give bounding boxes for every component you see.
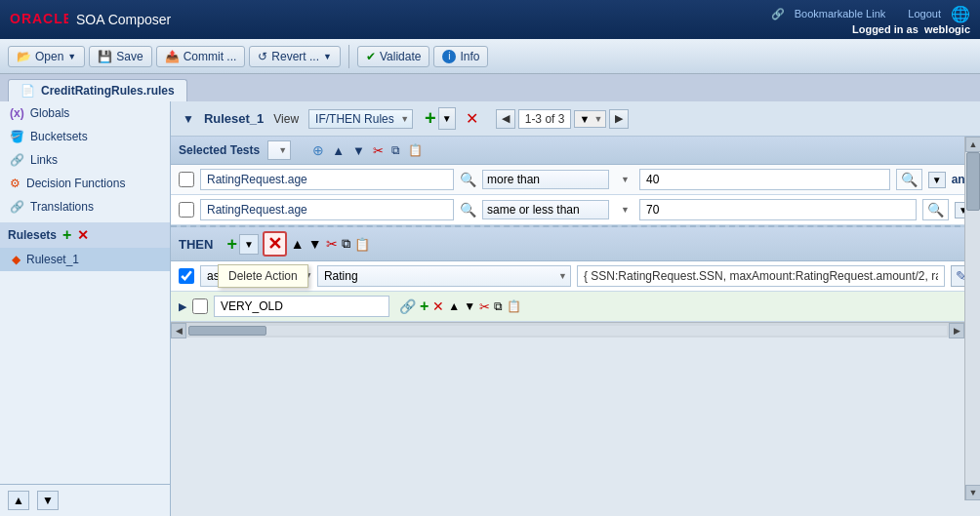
nested-copy[interactable]: ⧉ — [494, 299, 503, 313]
translations-icon: 🔗 — [10, 200, 24, 214]
nested-move-up[interactable]: ▲ — [448, 299, 460, 313]
logged-in-label: Logged in as — [852, 23, 919, 35]
commit-button[interactable]: 📤 Commit ... — [156, 46, 246, 67]
nested-cut[interactable]: ✂ — [479, 299, 490, 314]
if-copy-icon[interactable]: ⧉ — [389, 142, 402, 158]
if-add-icon[interactable]: ⊕ — [310, 141, 326, 159]
action-1-value[interactable] — [577, 265, 945, 287]
delete-ruleset-button[interactable]: ✕ — [77, 227, 89, 243]
main-toolbar: 📂 Open ▼ 💾 Save 📤 Commit ... ↺ Revert ..… — [0, 39, 980, 74]
condition-1-checkbox[interactable] — [179, 172, 194, 187]
nav-up-icon[interactable]: ▲ — [8, 491, 29, 510]
if-section: Selected Tests ⊕ ▲ ▼ ✂ ⧉ 📋 — [171, 137, 980, 225]
add-ruleset-button[interactable]: + — [62, 226, 71, 244]
save-icon: 💾 — [98, 50, 112, 63]
condition-2-op-wrapper: same or less than — [482, 200, 633, 219]
condition-2-val-search-icon[interactable]: 🔍 — [922, 199, 949, 220]
validate-icon: ✔ — [366, 50, 376, 63]
then-add-dropdown[interactable]: ▼ — [239, 234, 259, 255]
open-dropdown-arrow[interactable]: ▼ — [67, 52, 76, 61]
condition-2-search-icon[interactable]: 🔍 — [460, 202, 476, 218]
action-1-type-select[interactable]: Rating — [317, 265, 571, 287]
prev-rule-button[interactable]: ◀ — [496, 109, 515, 129]
then-copy-button[interactable]: ⧉ — [342, 236, 350, 252]
test-select[interactable] — [267, 140, 291, 160]
then-paste-button[interactable]: 📋 — [354, 237, 370, 252]
add-rule-button[interactable]: + — [423, 107, 438, 130]
nested-paste[interactable]: 📋 — [507, 299, 521, 313]
nested-delete-button[interactable]: ✕ — [432, 298, 444, 314]
nav-down-icon[interactable]: ▼ — [37, 491, 59, 510]
view-label: View — [273, 112, 299, 126]
delete-rule-button[interactable]: ✕ — [466, 109, 478, 128]
if-move-down-icon[interactable]: ▼ — [350, 142, 367, 159]
h-scroll-right-arrow[interactable]: ▶ — [949, 323, 964, 338]
logout-link[interactable]: Logout — [908, 8, 941, 20]
h-scroll-thumb[interactable] — [188, 326, 266, 336]
revert-icon: ↺ — [258, 50, 267, 63]
nested-expand-icon[interactable]: ▶ — [179, 300, 186, 313]
condition-1-dropdown[interactable]: ▼ — [928, 172, 946, 188]
sidebar-item-translations[interactable]: 🔗 Translations — [0, 195, 170, 218]
then-cut-button[interactable]: ✂ — [326, 236, 338, 252]
then-add-button[interactable]: + — [225, 234, 239, 255]
vertical-scrollbar[interactable]: ▲ ▼ — [964, 137, 980, 500]
sidebar-bottom: ▲ ▼ — [0, 484, 170, 516]
view-select[interactable]: IF/THEN Rules — [308, 109, 413, 129]
validate-button[interactable]: ✔ Validate — [357, 46, 429, 67]
bookmarkable-link[interactable]: Bookmarkable Link — [795, 8, 886, 20]
condition-1-field[interactable] — [200, 169, 454, 190]
revert-button[interactable]: ↺ Revert ... ▼ — [249, 46, 341, 67]
sidebar-ruleset-1[interactable]: ◆ Ruleset_1 — [0, 248, 170, 271]
next-rule-button[interactable]: ▶ — [609, 109, 629, 129]
scroll-down-arrow[interactable]: ▼ — [965, 485, 980, 500]
sidebar-item-bucketsets[interactable]: 🪣 Bucketsets — [0, 125, 170, 148]
if-move-up-icon[interactable]: ▲ — [330, 142, 347, 159]
then-move-up-button[interactable]: ▲ — [291, 236, 305, 252]
scroll-up-arrow[interactable]: ▲ — [965, 137, 980, 152]
selected-tests-label: Selected Tests — [179, 143, 260, 157]
info-button[interactable]: i Info — [433, 46, 488, 67]
if-cut-icon[interactable]: ✂ — [371, 142, 386, 159]
if-actions: ⊕ ▲ ▼ ✂ ⧉ 📋 — [310, 141, 425, 159]
then-delete-button[interactable]: ✕ — [263, 231, 287, 257]
ruleset-expand-icon[interactable]: ▼ — [183, 112, 194, 126]
nested-name-field[interactable] — [214, 296, 389, 317]
revert-dropdown-arrow[interactable]: ▼ — [323, 52, 332, 61]
nested-add-button[interactable]: + — [420, 298, 429, 315]
horizontal-scrollbar[interactable]: ◀ ▶ — [171, 322, 964, 337]
add-rule-dropdown[interactable]: ▼ — [438, 107, 456, 130]
app-title: SOA Composer — [76, 12, 171, 27]
sidebar-item-links[interactable]: 🔗 Links — [0, 148, 170, 172]
then-add-group: + ▼ — [225, 234, 258, 255]
nested-checkbox[interactable] — [192, 298, 208, 314]
condition-2-field[interactable] — [200, 199, 454, 220]
condition-row-2: 🔍 same or less than 🔍 ▼ — [171, 195, 980, 225]
then-move-down-button[interactable]: ▼ — [308, 236, 322, 252]
page-select[interactable]: ▼ — [574, 110, 606, 128]
scroll-thumb[interactable] — [966, 152, 980, 211]
condition-2-value[interactable] — [639, 199, 917, 220]
if-paste-icon[interactable]: 📋 — [406, 142, 425, 158]
link-icon: 🔗 — [771, 8, 785, 20]
condition-1-value[interactable] — [639, 169, 890, 190]
delete-action-tooltip: Delete Action — [218, 264, 308, 288]
open-button[interactable]: 📂 Open ▼ — [8, 46, 85, 67]
nested-link-icon[interactable]: 🔗 — [399, 298, 416, 314]
condition-1-val-search-icon[interactable]: 🔍 — [896, 169, 922, 190]
save-button[interactable]: 💾 Save — [89, 46, 151, 67]
condition-1-search-icon[interactable]: 🔍 — [460, 172, 476, 187]
condition-2-op[interactable]: same or less than — [482, 200, 609, 219]
sidebar-ruleset1-label: Ruleset_1 — [26, 253, 79, 266]
nested-move-down[interactable]: ▼ — [464, 299, 475, 313]
sidebar-item-globals[interactable]: (x) Globals — [0, 101, 170, 125]
view-select-wrapper: IF/THEN Rules — [308, 109, 413, 129]
condition-2-checkbox[interactable] — [179, 202, 194, 218]
credit-rating-rules-tab[interactable]: 📄 CreditRatingRules.rules — [8, 79, 187, 101]
action-1-checkbox[interactable] — [179, 268, 194, 284]
condition-1-op[interactable]: more than — [482, 170, 609, 189]
sidebar-item-decision-functions[interactable]: ⚙ Decision Functions — [0, 172, 170, 195]
page-dropdown: ▼ — [574, 110, 606, 128]
then-header: THEN + ▼ ✕ ▲ ▼ ✂ ⧉ 📋 Delete Action — [171, 225, 980, 261]
h-scroll-left-arrow[interactable]: ◀ — [171, 323, 186, 338]
